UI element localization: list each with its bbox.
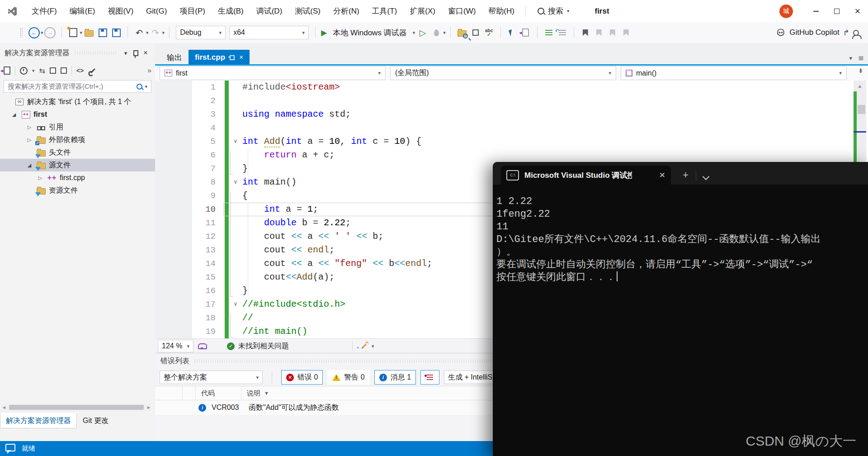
glyph-margin[interactable] — [155, 189, 192, 203]
find-in-files-button[interactable] — [456, 26, 468, 39]
minimize-button[interactable] — [806, 0, 826, 22]
configuration-combobox[interactable]: Debug ▾ — [176, 26, 226, 39]
fold-chevron-icon[interactable]: ∨ — [229, 135, 242, 148]
glyph-margin[interactable] — [155, 176, 192, 189]
glyph-margin[interactable] — [155, 81, 192, 94]
panel-pin-icon[interactable] — [131, 50, 141, 56]
console-tab[interactable]: C:\ Microsoft Visual Studio 调试控制台 ✕ — [501, 166, 671, 185]
panel-tab-git-changes[interactable]: Git 更改 — [77, 413, 114, 428]
warnings-toggle-button[interactable]: 警告 0 — [327, 370, 369, 385]
editor-options-icon[interactable]: ⊞ — [859, 55, 863, 62]
start-without-debugging-button[interactable]: ▷ — [417, 26, 429, 39]
scroll-left-icon[interactable]: ◄ — [2, 405, 6, 410]
menu-item[interactable]: 项目(P) — [173, 0, 212, 22]
errors-toggle-button[interactable]: ✕ 错误 0 — [281, 370, 323, 385]
tree-item--[interactable]: 资源文件 — [0, 184, 155, 197]
next-bookmark-button[interactable] — [607, 26, 618, 39]
code-text[interactable]: int a = 1; — [242, 203, 318, 216]
column-header-code[interactable]: 代码 — [196, 389, 241, 398]
code-line-1[interactable]: 1#include<iostream> — [155, 81, 868, 94]
code-text[interactable]: double b = 2.22; — [242, 216, 351, 230]
tree-item--[interactable]: ◢源文件 — [0, 159, 155, 171]
panel-tab-solution-explorer[interactable]: 解决方案资源管理器 — [0, 413, 77, 428]
search-control[interactable]: 搜索 ▾ — [538, 6, 570, 16]
glyph-margin[interactable] — [155, 135, 192, 148]
tree-collapsed-icon[interactable]: ▷ — [33, 175, 47, 181]
code-text[interactable]: using namespace std; — [242, 108, 351, 121]
scrollbar-thumb[interactable] — [9, 405, 144, 410]
search-chevron-icon[interactable]: ▾ — [567, 8, 570, 14]
feedback-bubble-icon[interactable] — [5, 444, 15, 451]
glyph-margin[interactable] — [155, 203, 192, 216]
properties-wrench-icon[interactable] — [90, 68, 95, 73]
glyph-margin[interactable] — [155, 325, 192, 338]
panel-chevron-icon[interactable]: ▾ — [121, 50, 131, 57]
menu-item[interactable]: 文件(F) — [25, 0, 63, 22]
code-line-3[interactable]: 3using namespace std; — [155, 108, 868, 121]
code-text[interactable]: } — [242, 162, 248, 176]
fold-chevron-icon[interactable]: ∨ — [229, 298, 242, 311]
github-copilot-label[interactable]: GitHub Copilot — [789, 28, 840, 37]
code-text[interactable]: //#include<stdio.h> — [242, 298, 345, 311]
glyph-margin[interactable] — [155, 243, 192, 257]
code-text[interactable]: { — [242, 189, 248, 203]
zoom-combobox[interactable]: 124 % ▾ — [158, 340, 193, 352]
menu-item[interactable]: 视图(V) — [101, 0, 140, 22]
open-file-button[interactable] — [83, 26, 95, 39]
horizontal-scrollbar[interactable]: ◄ ► — [2, 404, 151, 411]
save-button[interactable] — [97, 26, 108, 39]
code-text[interactable]: cout << a << ' ' << b; — [242, 230, 383, 243]
code-text[interactable]: #include<iostream> — [242, 81, 340, 94]
document-outline-button[interactable] — [520, 26, 532, 39]
glyph-margin[interactable] — [155, 298, 192, 311]
window-layout-button[interactable] — [470, 26, 481, 39]
account-avatar[interactable]: 城 — [779, 5, 793, 18]
menu-item[interactable]: 调试(D) — [250, 0, 289, 22]
indent-button[interactable] — [543, 26, 555, 39]
tab-close-icon[interactable]: × — [239, 53, 243, 62]
view-code-icon[interactable]: <> — [76, 67, 84, 74]
code-text[interactable]: //int main() — [242, 325, 307, 338]
solution-search-chevron-icon[interactable]: ▾ — [145, 84, 147, 90]
start-debugging-button[interactable]: ▶ 本地 Windows 调试器 ▾ — [321, 26, 415, 39]
code-line-2[interactable]: 2 — [155, 94, 868, 108]
tree-collapsed-icon[interactable]: ▷ — [23, 137, 36, 143]
share-icon[interactable]: ↱ — [843, 28, 849, 38]
code-text[interactable]: cout << a << "feng" << b<<endl; — [242, 257, 432, 271]
toolbar-overflow-icon[interactable]: » — [147, 66, 151, 75]
tab-pin-icon[interactable] — [230, 55, 235, 60]
split-editor-handle[interactable]: ⇟ — [855, 67, 866, 74]
glyph-margin[interactable] — [155, 311, 192, 325]
debug-console-window[interactable]: C:\ Microsoft Visual Studio 调试控制台 ✕ + 1 … — [493, 162, 868, 456]
tree-expanded-icon[interactable]: ◢ — [23, 162, 36, 168]
redo-button[interactable]: ↷ — [150, 26, 161, 39]
collapse-all-icon[interactable] — [50, 67, 56, 74]
code-line-5[interactable]: 5∨int Add(int a = 10, int c = 10) { — [155, 135, 868, 148]
menu-item[interactable]: 编辑(E) — [63, 0, 102, 22]
restore-button[interactable] — [826, 0, 847, 22]
glyph-margin[interactable] — [155, 271, 192, 284]
menu-item[interactable]: Git(G) — [140, 0, 173, 22]
console-dropdown-chevron-icon[interactable] — [703, 173, 710, 180]
redo-chevron-icon[interactable]: ▾ — [162, 30, 165, 36]
menu-item[interactable]: 分析(N) — [327, 0, 366, 22]
glyph-margin[interactable] — [155, 216, 192, 230]
fold-chevron-icon[interactable]: ∨ — [229, 176, 242, 189]
console-tab-close-icon[interactable]: ✕ — [659, 171, 665, 180]
tree-item--[interactable]: 头文件 — [0, 146, 155, 159]
tree-expanded-icon[interactable]: ◢ — [7, 112, 21, 118]
tab-output[interactable]: 输出 — [160, 50, 189, 65]
scrollbar-thumb[interactable] — [858, 105, 865, 114]
cleanup-chevron-icon[interactable]: ▾ — [372, 343, 374, 349]
glyph-margin[interactable] — [155, 257, 192, 271]
tab-first-cpp[interactable]: first.cpp × — [189, 50, 250, 65]
panel-close-icon[interactable]: × — [141, 48, 151, 57]
clear-bookmarks-button[interactable] — [620, 26, 632, 39]
profiler-chevron-icon[interactable]: ▾ — [443, 30, 446, 36]
glyph-margin[interactable] — [155, 230, 192, 243]
pending-changes-filter-icon[interactable] — [20, 67, 28, 75]
console-output[interactable]: 1 2.221feng2.2211D:\Gitee所有文件\C++\2024.1… — [493, 185, 868, 449]
scroll-up-icon[interactable]: ▲ — [854, 81, 866, 89]
filter-chevron-icon[interactable]: ▾ — [32, 68, 35, 74]
select-tool-button[interactable] — [506, 26, 518, 39]
